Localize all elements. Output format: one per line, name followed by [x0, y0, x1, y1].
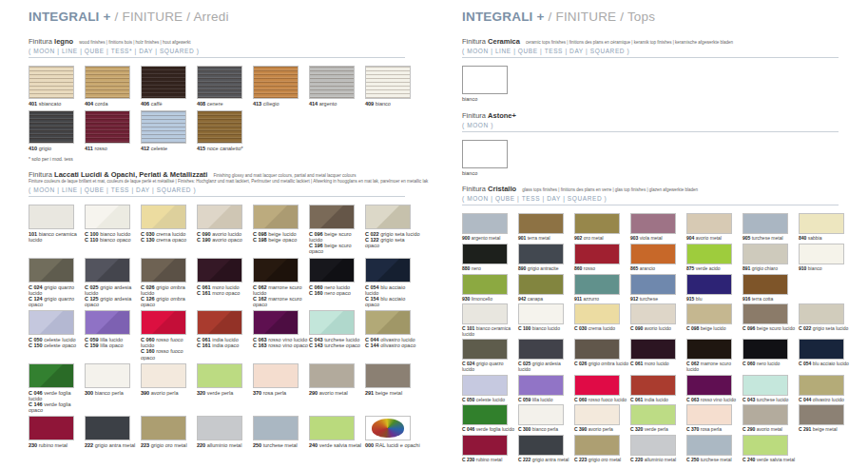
section-models: ( MOON | LINE | QUBE | TESS | DAY | SQUA…: [462, 48, 867, 54]
section-laccati: Finitura Laccati Lucidi & Opachi, Perlat…: [29, 170, 434, 449]
swatch-label: C 030 crema lucido: [574, 326, 629, 332]
swatch-label: 290 avorio metal: [309, 390, 364, 396]
swatch-label: C 101 bianco ceramica lucido: [462, 326, 517, 337]
color-chip: [630, 244, 676, 264]
swatch-label: C 063 rosso vino lucidoC 163 rosso vino …: [253, 337, 308, 348]
section-divider: [29, 196, 405, 197]
swatch-label: 930 limoncello: [462, 297, 517, 303]
color-chip: [141, 310, 186, 335]
swatch-414-argento: 414 argento: [309, 66, 365, 107]
swatch-223-grigio-oro-metal: 223 grigio oro metal: [141, 416, 197, 448]
swatch-row: 410 grigio411 rosso412 celeste415 noce c…: [29, 110, 434, 151]
swatch-undefined: C 054 blu acciaio lucidoC 154 blu acciai…: [365, 258, 421, 308]
color-chip: [197, 205, 242, 229]
color-chip: [799, 213, 844, 234]
swatch-label: C 026 grigio ombra lucidoC 126 grigio om…: [141, 284, 196, 308]
swatch-c-390-avorio-perla: C 390 avorio perla: [574, 404, 630, 433]
swatch-230-rubino-metal: 230 rubino metal: [29, 416, 85, 448]
color-chip: [518, 404, 564, 425]
swatch-label: C 390 avorio perla: [574, 427, 629, 433]
color-chip: [85, 66, 130, 99]
swatch-label: 240 verde salvia metal: [309, 442, 364, 448]
color-chip: [574, 244, 620, 264]
color-chip: [29, 258, 74, 283]
panel-tops: INTEGRALI + / FINITURE / TopsFinitura Ce…: [434, 0, 867, 469]
swatch-undefined: C 043 turchese lucidoC 143 turchese opac…: [309, 310, 365, 361]
color-chip: [141, 110, 186, 144]
swatch-c-290-avorio-metal: C 290 avorio metal: [743, 404, 799, 433]
section-name: Cristallo: [488, 185, 516, 193]
swatch-label: C 250 turchese metal: [686, 458, 742, 463]
swatch-c-030-crema-lucido: C 030 crema lucido: [574, 303, 630, 337]
swatch-c-063-rosso-vino-lucido: C 063 rosso vino lucido: [686, 375, 743, 403]
swatch-label: C 096 beige scuro lucidoC 196 beige scur…: [309, 231, 364, 255]
panel-arredi: INTEGRALI + / FINITURE / ArrediFinitura …: [0, 0, 434, 469]
swatch-916-terra-cotta: 916 terra cotta: [743, 274, 799, 303]
swatch-label: 916 terra cotta: [743, 297, 798, 303]
swatch-undefined: C 059 lilla lucidoC 159 lilla opaco: [85, 310, 141, 361]
color-chip: [630, 404, 676, 425]
color-chip: [462, 303, 508, 324]
swatch-413-ciliegio: 413 ciliegio: [253, 66, 309, 107]
swatch-label: 904 avorio metal: [686, 236, 742, 242]
swatch-bianco: bianco: [462, 140, 518, 176]
swatch-row: C 046 verde foglia lucidoC 300 bianco pe…: [462, 404, 867, 433]
swatch-label: C 291 beige metal: [799, 427, 854, 433]
page-title: INTEGRALI + / FINITURE / Tops: [462, 10, 867, 24]
swatch-label: 250 turchese metal: [253, 442, 308, 448]
color-chip: [365, 310, 411, 335]
color-chip: [686, 244, 732, 264]
swatch-840-sabbia: 840 sabbia: [799, 213, 855, 242]
swatch-undefined: C 060 rosso fuoco lucidoC 160 rosso fuoc…: [141, 310, 197, 361]
swatch-904-avorio-metal: 904 avorio metal: [686, 213, 743, 242]
color-chip: [309, 258, 355, 283]
color-chip: [686, 435, 732, 456]
swatch-c-320-verde-perla: C 320 verde perla: [630, 404, 686, 433]
section-header-ceramica: Finitura Ceramica ceramic tops finishes …: [462, 37, 867, 46]
swatch-label: 901 terra metal: [518, 236, 573, 242]
swatch-label: 320 verde perla: [197, 390, 252, 396]
swatch-label: 230 rubino metal: [29, 442, 84, 448]
color-chip: [29, 66, 74, 99]
swatch-undefined: C 046 verde foglia lucidoC 146 verde fog…: [29, 363, 85, 414]
section-divider: [462, 57, 839, 58]
swatch-880-nero: 880 nero: [462, 244, 518, 272]
swatch-c-370-rosa-perla: C 370 rosa perla: [686, 404, 743, 433]
swatch-label: 910 bianco: [799, 266, 854, 272]
swatch-row: C 050 celeste lucidoC 059 lilla lucidoC …: [462, 375, 867, 403]
color-chip: [85, 363, 130, 388]
color-chip: [518, 339, 564, 360]
section-languages: Finishing glossy and matt lacquer colour…: [214, 173, 357, 178]
swatch-c-060-nero-lucido: C 060 nero lucido: [743, 339, 799, 372]
color-chip: [574, 375, 620, 396]
swatch-c-061-india-lucido: C 061 india lucido: [630, 375, 686, 403]
swatch-409-bianco: 409 bianco: [365, 66, 421, 107]
color-chip: [462, 274, 508, 295]
swatch-label: C 043 turchese lucidoC 143 turchese opac…: [309, 337, 364, 348]
color-chip: [462, 66, 508, 94]
color-chip: [462, 375, 508, 396]
color-chip: [799, 244, 844, 264]
swatch-label: C 025 grigio ardesia lucido: [518, 362, 573, 372]
swatch-undefined: C 060 nero lucidoC 160 nero opaco: [309, 258, 365, 308]
swatch-row: C 024 grigio quarzo lucidoC 025 grigio a…: [462, 339, 867, 372]
swatch-label: bianco: [462, 170, 517, 176]
swatch-label: 411 rosso: [85, 146, 140, 151]
color-chip: [197, 310, 242, 335]
color-chip: [574, 339, 620, 360]
color-chip: [29, 205, 74, 229]
color-chip: [253, 416, 299, 440]
section-models: ( MOON | QUBE | TESS | DAY | SQUARED ): [462, 195, 867, 202]
color-chip: [518, 375, 564, 396]
color-chip: [85, 310, 130, 335]
color-chip: [630, 213, 676, 234]
color-chip: [686, 274, 732, 295]
section-header-cristallo: Finitura Cristallo glass tops finishes |…: [462, 185, 867, 193]
swatch-label: C 220 alluminio metal: [630, 458, 685, 463]
section-models: ( MOON | LINE | QUBE | TESS | DAY | SQUA…: [29, 186, 434, 193]
color-chip: [197, 416, 242, 440]
swatch-label: C 061 moro lucidoC 161 moro opaco: [197, 284, 252, 296]
color-chip: [197, 258, 242, 283]
swatch-label: 413 ciliegio: [253, 101, 308, 107]
swatch-label: C 044 olivastro lucido: [799, 398, 854, 403]
